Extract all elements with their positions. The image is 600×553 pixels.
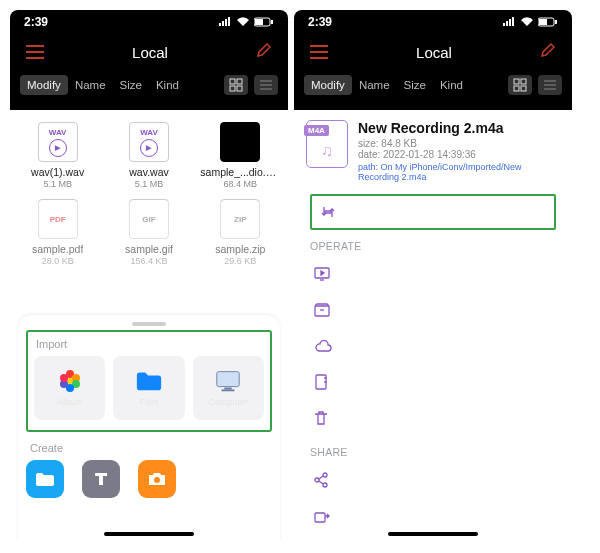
convert-button[interactable]	[310, 194, 556, 230]
music-note-icon: ♫	[321, 142, 333, 160]
share-export-row[interactable]	[306, 498, 560, 534]
section-share: SHARE	[310, 446, 560, 458]
file-name: sample_...dio.mov	[200, 166, 280, 178]
svg-rect-25	[521, 79, 526, 84]
svg-rect-6	[237, 86, 242, 91]
cloud-icon	[314, 340, 332, 352]
svg-rect-17	[217, 372, 239, 387]
home-indicator[interactable]	[388, 532, 478, 536]
operate-icloud-row[interactable]	[306, 328, 560, 364]
svg-point-20	[154, 477, 160, 483]
edit-icon[interactable]	[256, 42, 272, 62]
tile-label: Files	[139, 397, 158, 407]
create-camera-button[interactable]	[138, 460, 176, 498]
rename-icon	[314, 374, 328, 390]
file-item[interactable]: sample_...dio.mov 68.4 MB	[197, 122, 284, 189]
file-size: 68.4 MB	[224, 179, 258, 189]
bottom-sheet: Import	[18, 315, 280, 540]
play-screen-icon	[314, 267, 330, 281]
svg-point-16	[60, 374, 68, 382]
sort-size[interactable]: Size	[113, 75, 149, 95]
camera-icon	[147, 471, 167, 487]
svg-point-39	[315, 478, 319, 482]
import-computer-tile[interactable]: Computer	[193, 356, 264, 420]
folder-icon	[135, 369, 163, 393]
status-icons	[502, 17, 558, 27]
svg-point-38	[323, 473, 327, 477]
operate-zip-row[interactable]	[306, 292, 560, 328]
create-folder-button[interactable]	[26, 460, 64, 498]
svg-rect-18	[225, 388, 232, 390]
status-bar: 2:39	[10, 10, 288, 34]
sort-size[interactable]: Size	[397, 75, 433, 95]
svg-rect-5	[230, 86, 235, 91]
folder-icon	[35, 471, 55, 487]
import-album-tile[interactable]: Album	[34, 356, 105, 420]
svg-rect-33	[315, 306, 329, 316]
layout-list-icon[interactable]	[254, 75, 278, 95]
sheet-handle[interactable]	[132, 322, 166, 326]
menu-icon[interactable]	[26, 45, 44, 59]
file-item[interactable]: WAV▶ wav(1).wav 5.1 MB	[14, 122, 101, 189]
status-time: 2:39	[308, 15, 332, 29]
import-label: Import	[36, 338, 264, 350]
layout-grid-icon[interactable]	[508, 75, 532, 95]
svg-rect-19	[222, 389, 235, 391]
nav-title: Local	[132, 44, 168, 61]
sort-kind[interactable]: Kind	[433, 75, 470, 95]
menu-icon[interactable]	[310, 45, 328, 59]
svg-point-40	[323, 483, 327, 487]
file-date: date: 2022-01-28 14:39:36	[358, 149, 560, 160]
sort-modify[interactable]: Modify	[304, 75, 352, 95]
file-name: wav.wav	[129, 166, 168, 178]
archive-icon	[314, 303, 330, 317]
tile-label: Computer	[209, 397, 249, 407]
file-type-badge: M4A ♫	[306, 120, 348, 168]
file-name: wav(1).wav	[31, 166, 84, 178]
svg-rect-23	[555, 20, 557, 24]
operate-rename-row[interactable]	[306, 364, 560, 400]
sort-name[interactable]: Name	[352, 75, 397, 95]
operate-play-row[interactable]	[306, 256, 560, 292]
svg-rect-24	[514, 79, 519, 84]
create-text-button[interactable]	[82, 460, 120, 498]
nav-bar: Local	[10, 34, 288, 70]
flower-icon	[56, 369, 84, 393]
file-item[interactable]: WAV▶ wav.wav 5.1 MB	[105, 122, 192, 189]
sort-modify[interactable]: Modify	[20, 75, 68, 95]
status-icons	[218, 17, 274, 27]
convert-icon	[320, 204, 336, 220]
status-bar: 2:39	[294, 10, 572, 34]
edit-icon[interactable]	[540, 42, 556, 62]
file-type-label: M4A	[304, 125, 329, 136]
file-detail: M4A ♫ New Recording 2.m4a size: 84.8 KB …	[294, 110, 572, 540]
file-path: path: On My iPhone/iConv/Imported/New Re…	[358, 162, 560, 182]
svg-rect-2	[271, 20, 273, 24]
create-label: Create	[30, 442, 280, 454]
operate-delete-row[interactable]	[306, 400, 560, 436]
file-size: size: 84.8 KB	[358, 138, 560, 149]
home-indicator[interactable]	[104, 532, 194, 536]
tile-label: Album	[57, 397, 83, 407]
share-native-row[interactable]	[306, 462, 560, 498]
file-size: 5.1 MB	[43, 179, 72, 189]
section-operate: OPERATE	[310, 240, 560, 252]
file-name: New Recording 2.m4a	[358, 120, 560, 136]
svg-rect-1	[255, 19, 263, 25]
nav-title: Local	[416, 44, 452, 61]
status-time: 2:39	[24, 15, 48, 29]
phone-right: 2:39 Local Modify Name Size Kind	[294, 10, 572, 540]
computer-icon	[214, 369, 242, 393]
import-section: Import	[26, 330, 272, 432]
sort-name[interactable]: Name	[68, 75, 113, 95]
text-icon	[92, 470, 110, 488]
phone-left: 2:39 Local Modify Name Size Kind	[10, 10, 288, 540]
import-files-tile[interactable]: Files	[113, 356, 184, 420]
layout-list-icon[interactable]	[538, 75, 562, 95]
sort-bar: Modify Name Size Kind	[10, 70, 288, 110]
layout-grid-icon[interactable]	[224, 75, 248, 95]
svg-rect-27	[521, 86, 526, 91]
sort-kind[interactable]: Kind	[149, 75, 186, 95]
svg-rect-26	[514, 86, 519, 91]
svg-line-42	[319, 481, 323, 484]
